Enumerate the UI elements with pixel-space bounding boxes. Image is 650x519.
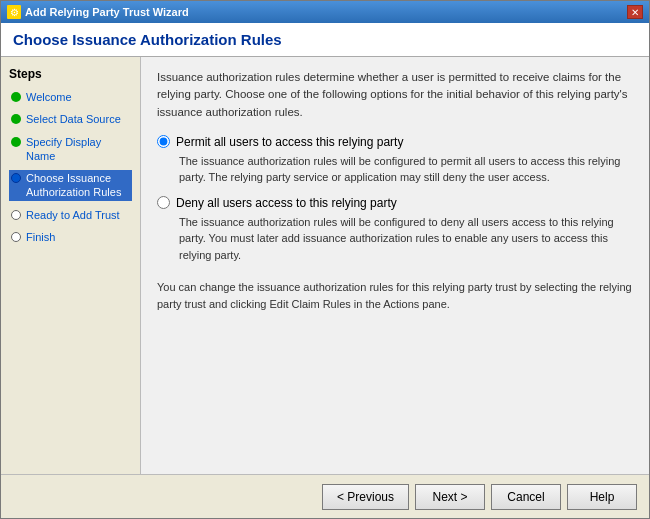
footer-bar: < Previous Next > Cancel Help: [1, 474, 649, 518]
sidebar-label-choose-issuance: Choose Issuance Authorization Rules: [26, 171, 130, 200]
page-title: Choose Issuance Authorization Rules: [13, 31, 637, 48]
radio-deny-description: The issuance authorization rules will be…: [179, 214, 633, 264]
sidebar-label-specify-display-name: Specify Display Name: [26, 135, 130, 164]
content-area: Issuance authorization rules determine w…: [141, 57, 649, 474]
radio-permit-text: Permit all users to access this relying …: [176, 135, 403, 149]
sidebar: Steps Welcome Select Data Source Specify…: [1, 57, 141, 474]
close-button[interactable]: ✕: [627, 5, 643, 19]
sidebar-item-select-data-source[interactable]: Select Data Source: [9, 111, 132, 127]
intro-text: Issuance authorization rules determine w…: [157, 69, 633, 121]
radio-label-permit[interactable]: Permit all users to access this relying …: [157, 135, 633, 149]
radio-permit[interactable]: [157, 135, 170, 148]
step-dot-choose-issuance: [11, 173, 21, 183]
sidebar-label-ready-to-add: Ready to Add Trust: [26, 208, 120, 222]
sidebar-title: Steps: [9, 67, 132, 81]
radio-permit-description: The issuance authorization rules will be…: [179, 153, 633, 186]
title-bar-left: ⚙ Add Relying Party Trust Wizard: [7, 5, 189, 19]
radio-deny-text: Deny all users access to this relying pa…: [176, 196, 397, 210]
help-button[interactable]: Help: [567, 484, 637, 510]
step-dot-specify-display-name: [11, 137, 21, 147]
main-area: Steps Welcome Select Data Source Specify…: [1, 57, 649, 474]
title-bar-text: Add Relying Party Trust Wizard: [25, 6, 189, 18]
footer-note: You can change the issuance authorizatio…: [157, 279, 633, 312]
step-dot-select-data-source: [11, 114, 21, 124]
radio-option-permit: Permit all users to access this relying …: [157, 135, 633, 186]
sidebar-item-finish[interactable]: Finish: [9, 229, 132, 245]
next-button[interactable]: Next >: [415, 484, 485, 510]
step-dot-welcome: [11, 92, 21, 102]
sidebar-item-specify-display-name[interactable]: Specify Display Name: [9, 134, 132, 165]
step-dot-ready-to-add: [11, 210, 21, 220]
sidebar-item-choose-issuance[interactable]: Choose Issuance Authorization Rules: [9, 170, 132, 201]
radio-option-deny: Deny all users access to this relying pa…: [157, 196, 633, 264]
cancel-button[interactable]: Cancel: [491, 484, 561, 510]
sidebar-label-welcome: Welcome: [26, 90, 72, 104]
sidebar-item-welcome[interactable]: Welcome: [9, 89, 132, 105]
sidebar-label-select-data-source: Select Data Source: [26, 112, 121, 126]
radio-label-deny[interactable]: Deny all users access to this relying pa…: [157, 196, 633, 210]
title-bar: ⚙ Add Relying Party Trust Wizard ✕: [1, 1, 649, 23]
wizard-window: ⚙ Add Relying Party Trust Wizard ✕ Choos…: [0, 0, 650, 519]
step-dot-finish: [11, 232, 21, 242]
previous-button[interactable]: < Previous: [322, 484, 409, 510]
radio-deny[interactable]: [157, 196, 170, 209]
page-header: Choose Issuance Authorization Rules: [1, 23, 649, 57]
sidebar-item-ready-to-add[interactable]: Ready to Add Trust: [9, 207, 132, 223]
sidebar-label-finish: Finish: [26, 230, 55, 244]
wizard-icon: ⚙: [7, 5, 21, 19]
